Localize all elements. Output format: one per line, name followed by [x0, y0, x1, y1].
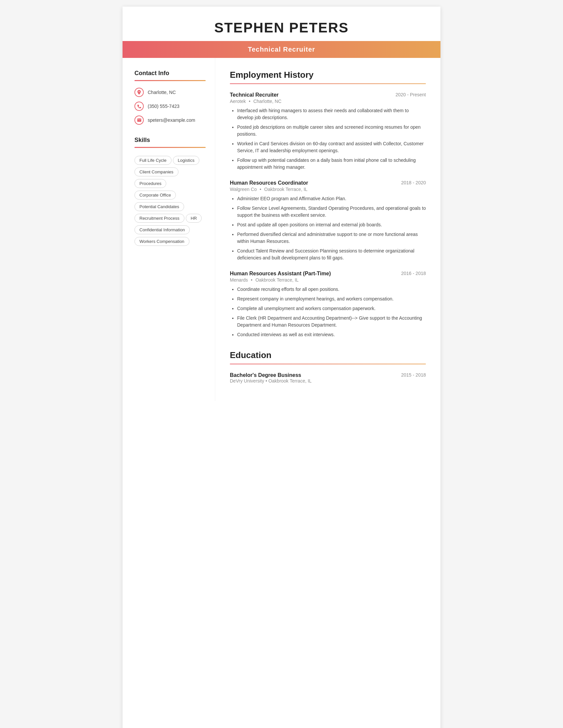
- list-item: Conducted interviews as well as exit int…: [237, 331, 426, 338]
- contact-email-text: speters@example.com: [148, 117, 195, 123]
- location-icon: [134, 88, 144, 97]
- job-dates: 2020 - Present: [396, 92, 426, 97]
- skill-tag: Full Life Cycle: [134, 156, 171, 165]
- email-icon: [134, 115, 144, 125]
- skills-container: Full Life CycleLogisticsClient Companies…: [134, 155, 206, 247]
- job-company: Walgreen Co • Oakbrook Terrace, IL: [230, 187, 426, 192]
- job-title: Human Resources Assistant (Part-Time): [230, 271, 331, 277]
- skill-tag: Logistics: [173, 156, 200, 165]
- job-header: Human Resources Assistant (Part-Time)201…: [230, 271, 426, 277]
- employment-section-title: Employment History: [230, 70, 426, 80]
- resume-header: STEPHEN PETERS Technical Recruiter: [122, 7, 441, 58]
- skills-section: Skills Full Life CycleLogisticsClient Co…: [134, 137, 206, 247]
- job-header: Technical Recruiter2020 - Present: [230, 92, 426, 98]
- job-bullets: Coordinate recruiting efforts for all op…: [230, 286, 426, 338]
- list-item: Interfaced with hiring managers to asses…: [237, 107, 426, 121]
- contact-divider: [134, 80, 206, 81]
- job-entry: Human Resources Coordinator2018 - 2020Wa…: [230, 180, 426, 261]
- job-title: Technical Recruiter: [230, 92, 278, 98]
- list-item: Performed diversified clerical and admin…: [237, 231, 426, 245]
- list-item: Worked in Card Services division on 60-d…: [237, 140, 426, 154]
- job-company: Aerotek • Charlotte, NC: [230, 99, 426, 104]
- list-item: Administer EEO program and Affirmative A…: [237, 195, 426, 202]
- list-item: Conduct Talent Review and Succession Pla…: [237, 248, 426, 261]
- job-title: Human Resources Coordinator: [230, 180, 308, 186]
- contact-section-title: Contact Info: [134, 70, 206, 77]
- skill-tag: Potential Candidates: [134, 202, 184, 211]
- job-entry: Human Resources Assistant (Part-Time)201…: [230, 271, 426, 338]
- job-bullets: Interfaced with hiring managers to asses…: [230, 107, 426, 171]
- sidebar: Contact Info Charlotte, NC (350) 555-742…: [122, 58, 215, 401]
- contact-location: Charlotte, NC: [134, 88, 206, 97]
- contact-location-text: Charlotte, NC: [148, 90, 176, 95]
- resume-container: STEPHEN PETERS Technical Recruiter Conta…: [122, 7, 441, 728]
- contact-phone-text: (350) 555-7423: [148, 104, 179, 109]
- job-header: Human Resources Coordinator2018 - 2020: [230, 180, 426, 186]
- job-bullets: Administer EEO program and Affirmative A…: [230, 195, 426, 261]
- phone-icon: [134, 102, 144, 111]
- list-item: Complete all unemployment and workers co…: [237, 305, 426, 312]
- skill-tag: HR: [186, 214, 202, 223]
- skills-divider: [134, 147, 206, 148]
- job-company: Menards • Oakbrook Terrace, IL: [230, 277, 426, 283]
- list-item: Represent company in unemployment hearin…: [237, 296, 426, 302]
- candidate-name: STEPHEN PETERS: [122, 20, 441, 36]
- skill-tag: Corporate Office: [134, 191, 176, 200]
- list-item: File Clerk (HR Department and Accounting…: [237, 315, 426, 329]
- education-container: Bachelor's Degree Business2015 - 2018DeV…: [230, 372, 426, 384]
- employment-divider: [230, 83, 426, 84]
- list-item: Follow Service Level Agreements, Standar…: [237, 205, 426, 219]
- contact-phone: (350) 555-7423: [134, 102, 206, 111]
- education-divider: [230, 364, 426, 364]
- skill-tag: Confidential Information: [134, 225, 190, 234]
- jobs-container: Technical Recruiter2020 - PresentAerotek…: [230, 92, 426, 338]
- job-dates: 2016 - 2018: [401, 271, 426, 276]
- main-content: Employment History Technical Recruiter20…: [215, 58, 441, 401]
- resume-body: Contact Info Charlotte, NC (350) 555-742…: [122, 58, 441, 401]
- candidate-title: Technical Recruiter: [122, 46, 441, 53]
- list-item: Follow up with potential candidates on a…: [237, 157, 426, 171]
- list-item: Coordinate recruiting efforts for all op…: [237, 286, 426, 293]
- edu-degree: Bachelor's Degree Business: [230, 372, 301, 378]
- skill-tag: Client Companies: [134, 167, 178, 176]
- skills-section-title: Skills: [134, 137, 206, 144]
- skill-tag: Workers Compensation: [134, 237, 189, 246]
- skill-tag: Recruitment Process: [134, 214, 184, 223]
- job-dates: 2018 - 2020: [401, 180, 426, 185]
- edu-header: Bachelor's Degree Business2015 - 2018: [230, 372, 426, 378]
- contact-email: speters@example.com: [134, 115, 206, 125]
- list-item: Posted job descriptions on multiple care…: [237, 124, 426, 138]
- list-item: Post and update all open positions on in…: [237, 221, 426, 228]
- edu-entry: Bachelor's Degree Business2015 - 2018DeV…: [230, 372, 426, 384]
- job-entry: Technical Recruiter2020 - PresentAerotek…: [230, 92, 426, 171]
- skill-tag: Procedures: [134, 179, 166, 188]
- edu-dates: 2015 - 2018: [401, 372, 426, 378]
- education-section-title: Education: [230, 350, 426, 360]
- title-bar: Technical Recruiter: [122, 41, 441, 58]
- education-section: Education Bachelor's Degree Business2015…: [230, 350, 426, 384]
- edu-school: DeVry University • Oakbrook Terrace, IL: [230, 378, 426, 384]
